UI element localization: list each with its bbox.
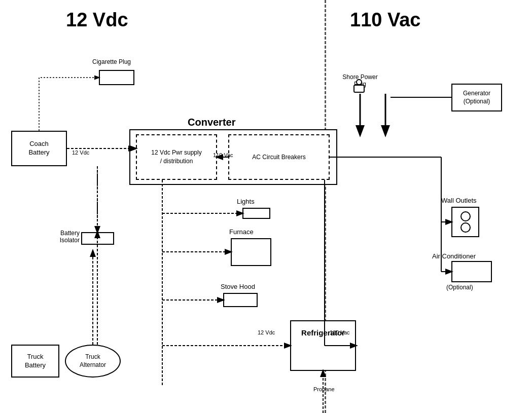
- wall-outlets-label: Wall Outlets: [441, 197, 477, 204]
- air-conditioner-box: [451, 261, 492, 282]
- svg-line-2: [67, 148, 81, 239]
- wall-outlets-box: [451, 207, 479, 237]
- air-conditioner-label: Air Conditioner: [432, 252, 476, 260]
- refrigerator-box: [290, 320, 356, 371]
- converter-label: Converter: [188, 117, 235, 128]
- cigarette-plug-box: [99, 70, 134, 85]
- battery-isolator-label: BatteryIsolator: [38, 230, 80, 244]
- air-cond-optional: (Optional): [446, 284, 473, 291]
- furnace-label: Furnace: [229, 228, 254, 236]
- truck-battery-box: Truck Battery: [11, 345, 59, 378]
- shore-power-label: Shore Power Plug: [340, 73, 380, 88]
- stove-hood-box: [223, 293, 258, 307]
- cigarette-label: Cigarette Plug: [89, 58, 134, 65]
- label-12vdc-coach: 12 Vdc: [72, 149, 89, 156]
- label-110vac-fridge: 110 Vac: [330, 329, 350, 335]
- label-12vdc-fridge: 12 Vdc: [258, 329, 275, 335]
- breakers-box: AC Circuit Breakers: [228, 134, 330, 180]
- truck-alternator-box: Truck Alternator: [65, 345, 121, 378]
- furnace-box: [231, 238, 271, 266]
- label-propane: Propane: [313, 386, 335, 392]
- battery-isolator-box: [81, 232, 114, 245]
- diagram: 12 Vdc 110 Vac Converter 12 Vdc Pwr supp…: [0, 0, 532, 413]
- title-12vdc: 12 Vdc: [66, 9, 128, 31]
- label-110vac-supply: 110 Vac: [213, 152, 233, 158]
- supply-box: 12 Vdc Pwr supply / distribution: [136, 134, 217, 180]
- lights-box: [242, 208, 270, 219]
- stove-hood-label: Stove Hood: [221, 283, 255, 290]
- lights-label: Lights: [237, 198, 255, 205]
- generator-box: Generator (Optional): [451, 84, 502, 111]
- title-110vac: 110 Vac: [350, 9, 420, 31]
- coach-battery-box: Coach Battery: [11, 131, 67, 166]
